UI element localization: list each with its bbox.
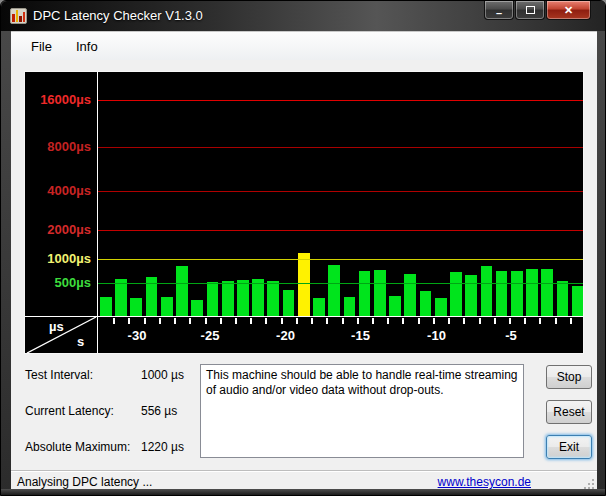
- x-tick: [539, 318, 541, 324]
- menu-file[interactable]: File: [21, 36, 62, 57]
- thesycon-link[interactable]: www.thesycon.de: [438, 475, 531, 489]
- x-tick: [128, 318, 130, 324]
- latency-bar: [328, 265, 340, 316]
- x-unit-label: s: [77, 334, 84, 349]
- x-tick: [144, 318, 146, 324]
- y-unit-label: µs: [49, 319, 64, 334]
- latency-bar: [283, 290, 295, 316]
- minimize-icon: –: [496, 7, 502, 19]
- x-tick: [494, 318, 496, 324]
- latency-bar: [176, 266, 188, 316]
- latency-bar: [359, 271, 371, 316]
- x-tick: [479, 318, 481, 324]
- x-tick: [205, 318, 207, 324]
- x-tick-label: -20: [276, 328, 295, 343]
- y-axis-label: 1000µs: [25, 251, 91, 266]
- latency-bar: [511, 271, 523, 316]
- latency-bar: [191, 300, 203, 316]
- window-controls: – ✕: [483, 1, 591, 20]
- latency-bar: [267, 281, 279, 316]
- y-axis-label: 4000µs: [25, 183, 91, 198]
- stop-button[interactable]: Stop: [546, 365, 592, 389]
- minimize-button[interactable]: –: [484, 1, 514, 20]
- y-axis-label: 500µs: [25, 275, 91, 290]
- x-tick-label: -25: [201, 328, 220, 343]
- menu-info[interactable]: Info: [66, 36, 108, 57]
- stat-label: Absolute Maximum:: [25, 440, 130, 454]
- x-tick-label: -15: [351, 328, 370, 343]
- y-axis-line: [97, 72, 98, 353]
- menu-bar: File Info: [11, 32, 597, 60]
- result-message-box: This machine should be able to handle re…: [200, 364, 524, 458]
- maximize-button[interactable]: [515, 1, 545, 20]
- maximize-icon: [526, 6, 535, 14]
- x-tick: [463, 318, 465, 324]
- title-bar[interactable]: DPC Latency Checker V1.3.0 – ✕: [1, 1, 606, 31]
- x-tick: [342, 318, 344, 324]
- y-axis-label: 2000µs: [25, 222, 91, 237]
- window-title: DPC Latency Checker V1.3.0: [33, 8, 203, 23]
- latency-bar: [496, 271, 508, 316]
- exit-button[interactable]: Exit: [546, 435, 592, 459]
- x-tick: [555, 318, 557, 324]
- x-tick: [372, 318, 374, 324]
- x-tick: [570, 318, 572, 324]
- gridline-1000us: [98, 259, 583, 260]
- latency-bar: [298, 253, 310, 316]
- x-tick: [509, 318, 511, 324]
- latency-bar: [572, 286, 584, 316]
- stat-value: 1220 µs: [141, 440, 184, 454]
- latency-bar: [237, 280, 249, 316]
- x-tick: [250, 318, 252, 324]
- latency-bar: [130, 298, 142, 316]
- x-tick: [448, 318, 450, 324]
- close-icon: ✕: [564, 4, 573, 17]
- y-axis-label: 8000µs: [25, 139, 91, 154]
- stat-value: 556 µs: [141, 404, 177, 418]
- x-tick-label: -5: [505, 328, 517, 343]
- latency-bar: [115, 279, 127, 316]
- x-axis-line: [25, 316, 583, 317]
- x-tick: [418, 318, 420, 324]
- latency-bar: [344, 297, 356, 316]
- close-button[interactable]: ✕: [546, 1, 591, 20]
- gridline-8000us: [98, 147, 583, 148]
- client-area: File Info µs s 16000µs8000µs4000µs2000µs…: [11, 31, 597, 491]
- latency-bar: [526, 269, 538, 316]
- latency-bar: [161, 297, 173, 316]
- latency-bar: [252, 279, 264, 316]
- stat-label: Test Interval:: [25, 368, 93, 382]
- latency-bar: [222, 281, 234, 316]
- latency-bar: [313, 298, 325, 316]
- latency-bar: [435, 298, 447, 316]
- x-tick: [265, 318, 267, 324]
- x-tick: [174, 318, 176, 324]
- x-tick: [387, 318, 389, 324]
- x-tick: [189, 318, 191, 324]
- x-tick: [402, 318, 404, 324]
- latency-chart: µs s 16000µs8000µs4000µs2000µs1000µs500µ…: [24, 71, 584, 354]
- latency-bar: [404, 274, 416, 316]
- reset-button[interactable]: Reset: [546, 400, 592, 424]
- gridline-4000us: [98, 191, 583, 192]
- x-tick: [326, 318, 328, 324]
- stat-value: 1000 µs: [141, 368, 184, 382]
- x-tick-label: -10: [427, 328, 446, 343]
- latency-bar: [481, 266, 493, 316]
- x-tick-label: -30: [128, 328, 147, 343]
- x-tick: [311, 318, 313, 324]
- latency-bar: [450, 272, 462, 316]
- gridline-16000us: [98, 100, 583, 101]
- latency-bar: [374, 270, 386, 316]
- latency-bar: [389, 296, 401, 316]
- x-tick: [281, 318, 283, 324]
- x-tick: [296, 318, 298, 324]
- app-window: DPC Latency Checker V1.3.0 – ✕ File Info…: [0, 0, 606, 496]
- latency-bar: [541, 269, 553, 316]
- latency-bar: [465, 275, 477, 316]
- x-tick: [113, 318, 115, 324]
- x-tick: [235, 318, 237, 324]
- app-icon: [10, 8, 27, 24]
- x-tick: [357, 318, 359, 324]
- gridline-2000us: [98, 230, 583, 231]
